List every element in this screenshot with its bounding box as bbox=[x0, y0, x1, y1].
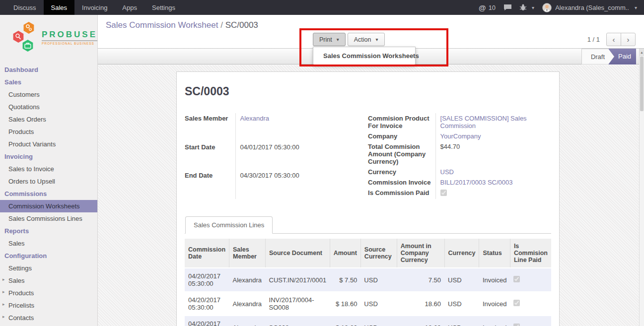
field-value-sales-member[interactable]: Alexandra bbox=[235, 113, 360, 142]
sidebar-item-sales-commissions-lines[interactable]: Sales Commissions Lines bbox=[0, 212, 97, 225]
breadcrumb-current: SC/0003 bbox=[225, 20, 258, 30]
sidebar-item-products[interactable]: Products bbox=[0, 126, 97, 138]
scroll-up-arrow-icon[interactable]: ▲ bbox=[640, 49, 644, 56]
sidebar-item-product-variants[interactable]: Product Variants bbox=[0, 138, 97, 150]
table-row[interactable]: 04/20/2017 05:30:00 Alexandra CUST.IN/20… bbox=[185, 268, 551, 292]
mentions-counter[interactable]: @ 10 bbox=[479, 3, 496, 12]
sidebar-section-invoicing[interactable]: Invoicing bbox=[0, 150, 97, 163]
state-draft[interactable]: Draft bbox=[581, 49, 614, 65]
field-value-company[interactable]: YourCompany bbox=[435, 131, 551, 141]
chevron-down-icon: ▾ bbox=[375, 37, 378, 42]
sidebar-section-sales[interactable]: Sales bbox=[0, 76, 97, 88]
col-status: Status bbox=[479, 239, 510, 268]
field-label-company: Company bbox=[368, 131, 435, 141]
sidebar-item-dashboard[interactable]: Dashboard bbox=[0, 64, 97, 76]
cell-amount-company: 18.60 bbox=[397, 316, 444, 326]
cell-amount: $ 18.60 bbox=[330, 292, 360, 316]
line-paid-checkbox[interactable] bbox=[513, 300, 520, 306]
user-name: Alexandra (Sales_comm.. bbox=[555, 4, 629, 11]
vertical-scrollbar[interactable]: ▲ bbox=[639, 49, 644, 326]
print-button-label: Print bbox=[319, 36, 332, 43]
cell-status: Invoiced bbox=[479, 316, 510, 326]
sidebar-item-settings[interactable]: Settings bbox=[0, 262, 97, 274]
cell-source: CUST.IN/2017/0001 bbox=[266, 268, 330, 292]
sidebar-item-sales-orders[interactable]: Sales Orders bbox=[0, 113, 97, 126]
col-source-document: Source Document bbox=[266, 239, 330, 268]
tab-sales-commission-lines[interactable]: Sales Commission Lines bbox=[185, 216, 273, 234]
sidebar-item-sales-to-invoice[interactable]: Sales to Invoice bbox=[0, 163, 97, 175]
probuse-logo-mark bbox=[11, 21, 39, 54]
cell-amount: $ 7.50 bbox=[330, 268, 360, 292]
sidebar-section-reports[interactable]: Reports bbox=[0, 225, 97, 237]
record-title: SC/0003 bbox=[185, 85, 551, 98]
cell-date: 04/20/2017 10:35:53 bbox=[185, 316, 229, 326]
sidebar-section-commissions[interactable]: Commissions bbox=[0, 188, 97, 200]
line-paid-checkbox[interactable] bbox=[513, 324, 520, 326]
sidebar-item-customers[interactable]: Customers bbox=[0, 88, 97, 101]
menu-sales[interactable]: Sales bbox=[44, 0, 75, 15]
chevron-down-icon: ▾ bbox=[337, 37, 339, 42]
menu-item-sales-commission-worksheets[interactable]: Sales Commission Worksheets bbox=[313, 50, 415, 62]
control-panel: Sales Commission Worksheet / SC/0003 Pri… bbox=[98, 15, 644, 49]
col-source-currency: Source Currency bbox=[360, 239, 397, 268]
cell-currency: USD bbox=[444, 268, 479, 292]
menu-invoicing[interactable]: Invoicing bbox=[74, 0, 115, 15]
cell-source-currency: USD bbox=[360, 268, 397, 292]
sidebar-item-quotations[interactable]: Quotations bbox=[0, 101, 97, 113]
table-row[interactable]: 04/20/2017 10:35:53 Alexandra SO008 $ 18… bbox=[185, 316, 551, 326]
field-value-commission-invoice[interactable]: BILL/2017/0003 SC/0003 bbox=[435, 177, 551, 188]
messages-icon[interactable] bbox=[503, 4, 512, 11]
app-menus: Discuss Sales Invoicing Apps Settings bbox=[6, 0, 183, 15]
sidebar-item-pricelists[interactable]: Pricelists bbox=[0, 299, 97, 312]
sidebar-item-sales-teams[interactable]: Sales Teams bbox=[0, 324, 97, 326]
breadcrumb: Sales Commission Worksheet / SC/0003 bbox=[106, 20, 258, 30]
menu-apps[interactable]: Apps bbox=[115, 0, 144, 15]
sidebar-item-config-sales[interactable]: Sales bbox=[0, 274, 97, 287]
menu-settings[interactable]: Settings bbox=[144, 0, 183, 15]
sidebar-item-contacts[interactable]: Contacts bbox=[0, 312, 97, 324]
company-logo[interactable]: PROBUSE PROFESSIONAL BUSINESS bbox=[0, 15, 97, 64]
scrollbar-thumb[interactable] bbox=[640, 57, 644, 111]
field-label-sales-member: Sales Member bbox=[185, 113, 235, 142]
cell-amount-company: 7.50 bbox=[397, 268, 444, 292]
col-currency: Currency bbox=[444, 239, 479, 268]
field-label-commission-invoice: Commission Invoice bbox=[368, 177, 435, 188]
is-commission-paid-checkbox[interactable] bbox=[440, 190, 447, 196]
col-commission-date: Commission Date bbox=[185, 239, 229, 268]
form-view-area: SC/0003 Sales Member Alexandra Start Dat… bbox=[98, 65, 644, 326]
breadcrumb-parent[interactable]: Sales Commission Worksheet bbox=[106, 20, 218, 30]
line-paid-checkbox[interactable] bbox=[513, 276, 520, 282]
cell-member: Alexandra bbox=[229, 268, 266, 292]
sidebar-item-config-products[interactable]: Products bbox=[0, 287, 97, 299]
field-label-end-date: End Date bbox=[185, 170, 235, 199]
sidebar-section-configuration[interactable]: Configuration bbox=[0, 250, 97, 262]
field-group-right: Commision Product For Invoice [SALES COM… bbox=[368, 113, 551, 199]
commission-lines-table: Commission Date Sales Member Source Docu… bbox=[185, 239, 551, 326]
pager-count: 1 / 1 bbox=[587, 36, 600, 43]
field-value-start-date: 04/01/2017 05:30:00 bbox=[235, 142, 360, 171]
pager-next-button[interactable]: › bbox=[621, 33, 636, 46]
form-sheet: SC/0003 Sales Member Alexandra Start Dat… bbox=[176, 71, 560, 326]
chevron-down-icon: ▾ bbox=[635, 5, 637, 10]
print-button[interactable]: Print ▾ bbox=[313, 33, 346, 46]
field-label-commission-product: Commision Product For Invoice bbox=[368, 113, 435, 131]
pager: 1 / 1 ‹ › bbox=[587, 33, 636, 46]
cell-member: Alexandra bbox=[229, 316, 266, 326]
at-icon: @ bbox=[479, 3, 486, 12]
field-value-commission-product[interactable]: [SALES COMMISSION] Sales Commission bbox=[435, 113, 551, 131]
col-amount-company-currency: Amount in Company Currency bbox=[397, 239, 444, 268]
action-button-label: Action bbox=[354, 36, 371, 43]
debug-menu[interactable]: ▾ bbox=[520, 4, 534, 11]
action-button[interactable]: Action ▾ bbox=[348, 33, 385, 46]
table-row[interactable]: 04/20/2017 05:30:00 Alexandra INV/2017/0… bbox=[185, 292, 551, 316]
sidebar-item-orders-to-upsell[interactable]: Orders to Upsell bbox=[0, 175, 97, 188]
field-value-end-date: 04/30/2017 05:30:00 bbox=[235, 170, 360, 199]
sidebar-item-commission-worksheets[interactable]: Commission Worksheets bbox=[0, 200, 97, 212]
menu-discuss[interactable]: Discuss bbox=[6, 0, 44, 15]
pager-previous-button[interactable]: ‹ bbox=[606, 33, 621, 46]
field-value-currency[interactable]: USD bbox=[435, 167, 551, 177]
field-label-start-date: Start Date bbox=[185, 142, 235, 171]
user-menu[interactable]: Alexandra (Sales_comm.. ▾ bbox=[542, 3, 637, 12]
sidebar-item-reports-sales[interactable]: Sales bbox=[0, 237, 97, 250]
state-widget: Draft Paid bbox=[581, 49, 636, 65]
